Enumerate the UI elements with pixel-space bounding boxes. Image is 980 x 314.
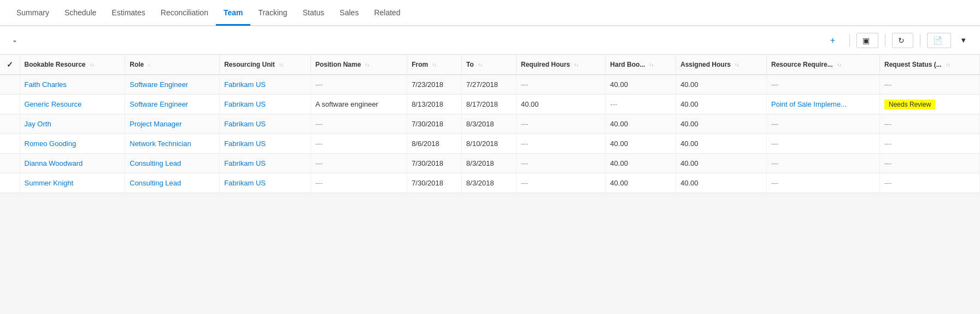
- confirm-icon: ▣: [862, 36, 870, 45]
- header-role[interactable]: Role ↓: [125, 55, 220, 75]
- nav-item-reconciliation[interactable]: Reconciliation: [153, 0, 216, 26]
- refresh-button[interactable]: ↻: [892, 33, 913, 48]
- header-checkmark: ✓: [7, 60, 13, 69]
- table-body: Faith CharlesSoftware EngineerFabrikam U…: [0, 75, 980, 193]
- cell-role-0: Software Engineer: [125, 75, 220, 95]
- cell-required-hours-1: 40.00: [516, 95, 605, 114]
- role-link-0[interactable]: Software Engineer: [130, 80, 188, 89]
- cell-resource-require-1: Point of Sale Impleme...: [767, 95, 880, 114]
- cell-position-name-0: ---: [311, 75, 407, 95]
- table-row: Jay OrthProject ManagerFabrikam US---7/3…: [0, 114, 980, 134]
- nav-item-related[interactable]: Related: [366, 0, 408, 26]
- header-to[interactable]: To ↑↓: [462, 55, 517, 75]
- resourcing-unit-link-4[interactable]: Fabrikam US: [224, 159, 266, 167]
- role-link-4[interactable]: Consulting Lead: [130, 159, 181, 167]
- header-check: ✓: [0, 55, 20, 75]
- cell-resource-require-4: ---: [767, 154, 880, 173]
- export-icon: 📄: [933, 36, 942, 45]
- header-assigned-hours[interactable]: Assigned Hours ↑↓: [676, 55, 766, 75]
- bookable-resource-link-5[interactable]: Summer Knight: [25, 179, 74, 187]
- cell-role-2: Project Manager: [125, 114, 220, 134]
- row-checkbox-4[interactable]: [0, 154, 20, 173]
- new-button[interactable]: +: [825, 33, 843, 48]
- cell-assigned-hours-0: 40.00: [676, 75, 766, 95]
- header-hard-book[interactable]: Hard Boo... ↑↓: [606, 55, 676, 75]
- cell-resourcing-unit-3: Fabrikam US: [220, 134, 311, 154]
- header-from[interactable]: From ↑↓: [407, 55, 462, 75]
- resourcing-unit-link-0[interactable]: Fabrikam US: [224, 80, 266, 89]
- cell-hard-book-4: 40.00: [606, 154, 676, 173]
- resource-require-link-1[interactable]: Point of Sale Impleme...: [771, 100, 847, 108]
- role-link-2[interactable]: Project Manager: [130, 120, 181, 128]
- table-row: Romeo GoodingNetwork TechnicianFabrikam …: [0, 134, 980, 154]
- cell-assigned-hours-5: 40.00: [676, 173, 766, 193]
- nav-item-summary[interactable]: Summary: [9, 0, 57, 26]
- bookable-resource-link-0[interactable]: Faith Charles: [25, 80, 67, 89]
- sort-icon-to: ↑↓: [478, 63, 482, 67]
- row-checkbox-1[interactable]: [0, 95, 20, 114]
- bookable-resource-link-1[interactable]: Generic Resource: [25, 100, 82, 108]
- nav-item-estimates[interactable]: Estimates: [104, 0, 152, 26]
- header-required-hours[interactable]: Required Hours ↑↓: [516, 55, 605, 75]
- row-checkbox-3[interactable]: [0, 134, 20, 154]
- cell-resourcing-unit-0: Fabrikam US: [220, 75, 311, 95]
- role-link-5[interactable]: Consulting Lead: [130, 179, 181, 187]
- team-table-area: ✓ Bookable Resource ↑↓ Role ↓ Resourcing…: [0, 55, 980, 193]
- header-resource-require[interactable]: Resource Require... ↑↓: [767, 55, 880, 75]
- resourcing-unit-link-3[interactable]: Fabrikam US: [224, 139, 266, 148]
- toolbar-separator-2: [885, 34, 885, 47]
- cell-from-1: 8/13/2018: [407, 95, 462, 114]
- bookable-resource-link-3[interactable]: Romeo Gooding: [25, 139, 77, 148]
- cell-bookable-resource-5[interactable]: Summer Knight: [20, 173, 125, 193]
- header-request-status[interactable]: Request Status (... ↑↓: [879, 55, 979, 75]
- nav-item-team[interactable]: Team: [216, 0, 251, 26]
- export-button[interactable]: 📄: [927, 33, 951, 48]
- cell-assigned-hours-2: 40.00: [676, 114, 766, 134]
- header-position-name[interactable]: Position Name ↑↓: [311, 55, 407, 75]
- cell-required-hours-3: ---: [516, 134, 605, 154]
- cell-resourcing-unit-1: Fabrikam US: [220, 95, 311, 114]
- resourcing-unit-link-1[interactable]: Fabrikam US: [224, 100, 266, 108]
- role-link-3[interactable]: Network Technician: [130, 139, 191, 148]
- header-bookable-resource[interactable]: Bookable Resource ↑↓: [20, 55, 125, 75]
- toolbar-separator-1: [849, 34, 850, 47]
- cell-position-name-3: ---: [311, 134, 407, 154]
- cell-hard-book-5: 40.00: [606, 173, 676, 193]
- sort-icon-request-status: ↑↓: [946, 63, 950, 67]
- team-filter-dropdown[interactable]: ⌄: [9, 37, 17, 44]
- toolbar-expand-button[interactable]: ▼: [955, 33, 971, 47]
- refresh-icon: ↻: [898, 36, 905, 45]
- cell-resource-require-5: ---: [767, 173, 880, 193]
- nav-item-status[interactable]: Status: [295, 0, 332, 26]
- bookable-resource-link-4[interactable]: Dianna Woodward: [25, 159, 83, 167]
- cell-to-1: 8/17/2018: [462, 95, 517, 114]
- sort-icon-resource-req: ↑↓: [837, 63, 841, 67]
- table-row: Summer KnightConsulting LeadFabrikam US-…: [0, 173, 980, 193]
- cell-resourcing-unit-4: Fabrikam US: [220, 154, 311, 173]
- cell-request-status-4: ---: [879, 154, 979, 173]
- nav-item-sales[interactable]: Sales: [332, 0, 366, 26]
- role-link-1[interactable]: Software Engineer: [130, 100, 188, 108]
- nav-item-schedule[interactable]: Schedule: [57, 0, 104, 26]
- cell-bookable-resource-4[interactable]: Dianna Woodward: [20, 154, 125, 173]
- cell-role-1: Software Engineer: [125, 95, 220, 114]
- cell-bookable-resource-3[interactable]: Romeo Gooding: [20, 134, 125, 154]
- cell-bookable-resource-0[interactable]: Faith Charles: [20, 75, 125, 95]
- cell-resource-require-2: ---: [767, 114, 880, 134]
- header-resourcing-unit[interactable]: Resourcing Unit ↑↓: [220, 55, 311, 75]
- nav-item-tracking[interactable]: Tracking: [250, 0, 295, 26]
- row-checkbox-2[interactable]: [0, 114, 20, 134]
- toolbar: ⌄ + ▣ ↻ 📄 ▼: [0, 26, 980, 55]
- cell-assigned-hours-3: 40.00: [676, 134, 766, 154]
- sort-icon-bookable: ↑↓: [90, 63, 94, 67]
- cell-bookable-resource-1[interactable]: Generic Resource: [20, 95, 125, 114]
- confirm-button[interactable]: ▣: [856, 33, 878, 48]
- cell-bookable-resource-2[interactable]: Jay Orth: [20, 114, 125, 134]
- row-checkbox-5[interactable]: [0, 173, 20, 193]
- resourcing-unit-link-2[interactable]: Fabrikam US: [224, 120, 266, 128]
- cell-to-2: 8/3/2018: [462, 114, 517, 134]
- bookable-resource-link-2[interactable]: Jay Orth: [25, 120, 51, 128]
- sort-icon-required: ↑↓: [574, 63, 578, 67]
- resourcing-unit-link-5[interactable]: Fabrikam US: [224, 179, 266, 187]
- row-checkbox-0[interactable]: [0, 75, 20, 95]
